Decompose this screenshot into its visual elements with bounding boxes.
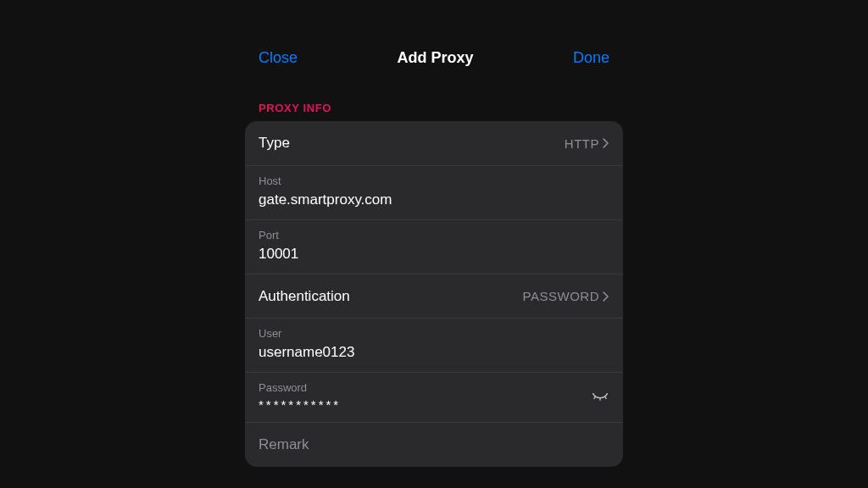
- password-label: Password: [259, 381, 591, 394]
- password-masked-value: ***********: [259, 397, 591, 412]
- remark-input[interactable]: [259, 436, 609, 453]
- authentication-value: PASSWORD: [523, 289, 599, 303]
- type-value-container: HTTP: [565, 136, 609, 151]
- row-host[interactable]: Host: [245, 165, 623, 219]
- row-port[interactable]: Port: [245, 219, 623, 274]
- port-label: Port: [259, 229, 609, 241]
- row-authentication[interactable]: Authentication PASSWORD: [245, 274, 623, 318]
- host-input[interactable]: [259, 191, 609, 209]
- section-header-proxy-info: PROXY INFO: [245, 81, 623, 121]
- authentication-value-container: PASSWORD: [523, 289, 609, 303]
- row-remark[interactable]: [245, 422, 623, 467]
- type-label: Type: [259, 135, 290, 152]
- chevron-right-icon: [603, 291, 609, 302]
- close-button[interactable]: Close: [259, 49, 298, 67]
- user-input[interactable]: [259, 343, 609, 362]
- add-proxy-panel: Close Add Proxy Done PROXY INFO Type HTT…: [245, 34, 623, 467]
- type-value: HTTP: [565, 136, 599, 151]
- row-password[interactable]: Password ***********: [245, 372, 623, 422]
- svg-line-0: [594, 396, 595, 398]
- eye-closed-icon[interactable]: [591, 387, 609, 406]
- port-input[interactable]: [259, 245, 609, 263]
- authentication-label: Authentication: [259, 288, 350, 305]
- host-label: Host: [259, 175, 609, 187]
- svg-line-2: [605, 396, 606, 398]
- proxy-info-list: Type HTTP Host Port Authentication PASSW…: [245, 121, 623, 467]
- navbar: Close Add Proxy Done: [245, 34, 623, 81]
- row-user[interactable]: User: [245, 318, 623, 372]
- done-button[interactable]: Done: [573, 49, 609, 67]
- chevron-right-icon: [603, 138, 609, 148]
- row-type[interactable]: Type HTTP: [245, 121, 623, 165]
- user-label: User: [259, 327, 609, 340]
- nav-title: Add Proxy: [397, 49, 473, 67]
